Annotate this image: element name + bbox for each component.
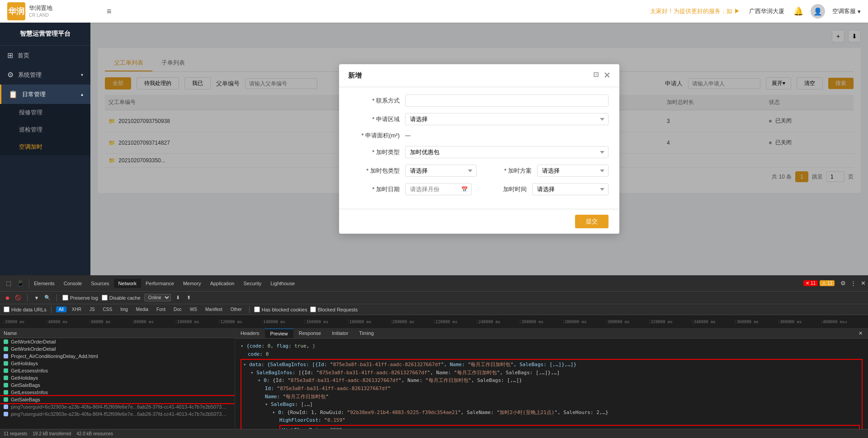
sidebar-subitem-patrol[interactable]: 巡检管理 [0, 121, 90, 138]
menu-icon[interactable]: ≡ [107, 7, 112, 16]
preserve-log-checkbox[interactable]: Preserve log [62, 295, 98, 301]
contact-label: * 联系方式 [350, 97, 400, 105]
bell-icon[interactable]: 🔔 [793, 6, 803, 16]
region-select[interactable]: 请选择 [405, 113, 609, 125]
overtime-type-select[interactable]: 加时优惠包 [405, 146, 609, 158]
hide-data-urls-checkbox[interactable]: Hide data URLs [4, 306, 47, 312]
req-indicator [4, 347, 8, 351]
request-row[interactable]: GetHolidays [0, 374, 235, 381]
plan-select[interactable]: 请选择 [537, 165, 609, 177]
preview-tab-response[interactable]: Response [293, 329, 327, 338]
tab-performance[interactable]: Performance [141, 279, 179, 288]
preview-tab-initiator[interactable]: Initiator [326, 329, 354, 338]
devtools-more-icon[interactable]: ⋮ [848, 278, 858, 288]
filter-img-btn[interactable]: Img [118, 306, 131, 312]
modal-title: 新增 [348, 71, 362, 80]
tab-lighthouse[interactable]: Lighthouse [266, 279, 299, 288]
json-code-line: ▾ {code: 0, flag: true, } [241, 342, 863, 350]
timeline-label: 380000 ms [778, 320, 821, 324]
request-row[interactable]: GetWorkOrderDetail [0, 345, 235, 353]
package-select[interactable]: 请选择 [405, 165, 476, 177]
filter-media-btn[interactable]: Media [133, 306, 151, 312]
devtools-top-icons: ⬚ 📱 [0, 278, 29, 288]
filter-css-btn[interactable]: CSS [100, 306, 115, 312]
device-icon[interactable]: 📱 [15, 278, 25, 288]
download-icon[interactable]: ⬇ [175, 294, 182, 301]
devtools-settings-icon[interactable]: ⚙ [838, 278, 848, 288]
request-row[interactable]: GetSaleBags [0, 381, 235, 389]
modal-header-icons: ⊡ ✕ [593, 71, 610, 80]
sidebar-item-label: 日常管理 [22, 90, 46, 99]
play-icon[interactable]: ▶ [734, 8, 740, 14]
record-button[interactable]: ⏺ [4, 294, 11, 301]
modal-dialog: 新增 ⊡ ✕ * 联系方式 * 申请区域 [339, 64, 619, 234]
devtools-close-icon[interactable]: ✕ [858, 278, 868, 288]
submit-button[interactable]: 提交 [575, 215, 609, 228]
region-label: * 申请区域 [350, 115, 400, 123]
contact-input[interactable] [405, 94, 609, 107]
filter-font-btn[interactable]: Font [154, 306, 168, 312]
search-icon[interactable]: 🔍 [44, 294, 51, 301]
request-row[interactable]: ping?userguid=6c32903e-a23b-40fa-86f4-f5… [0, 410, 235, 418]
filter-doc-btn[interactable]: Doc [171, 306, 184, 312]
request-row[interactable]: GetWorkOrderDetail [0, 338, 235, 345]
chevron-down-icon: ▾ [81, 72, 83, 77]
disable-cache-checkbox[interactable]: Disable cache [102, 295, 141, 301]
filter-other-btn[interactable]: Other [228, 306, 245, 312]
modal-close-button[interactable]: ✕ [604, 71, 610, 80]
sidebar-item-daily[interactable]: 📋 日常管理 ▴ [0, 85, 90, 104]
json-code-value: code: 0 [248, 350, 863, 358]
preview-tab-timing[interactable]: Timing [354, 329, 379, 338]
preview-tab-headers[interactable]: Headers [235, 329, 265, 338]
request-row[interactable]: GetLessessInfos [0, 367, 235, 374]
tab-application[interactable]: Application [206, 279, 239, 288]
avatar: 👤 [811, 4, 825, 19]
sidebar-item-system[interactable]: ⚙ 系统管理 ▾ [0, 65, 90, 85]
form-row-package: * 加时包类型 请选择 * 加时方案 请选择 [350, 165, 609, 177]
blocked-cookies-checkbox[interactable]: Has blocked cookies [254, 306, 307, 312]
modal-expand-icon[interactable]: ⊡ [593, 71, 599, 80]
throttle-select[interactable]: Online [144, 294, 171, 301]
timeline-label: 180000 ms [348, 320, 391, 324]
timeline-label: 400000 ms+ [821, 320, 864, 324]
request-row[interactable]: GetLessessInfos [0, 389, 235, 396]
clear-button[interactable]: 🚫 [14, 294, 22, 301]
tab-console[interactable]: Console [59, 279, 86, 288]
preview-panel: Headers Preview Response Initiator Timin… [235, 329, 868, 429]
timeline-label: 140000 ms [262, 320, 305, 324]
filter-ws-btn[interactable]: WS [187, 306, 200, 312]
tab-memory[interactable]: Memory [179, 279, 206, 288]
timeline-label: 60000 ms [90, 320, 132, 324]
tab-elements[interactable]: Elements [29, 279, 59, 288]
upload-icon[interactable]: ⬆ [185, 294, 193, 301]
warning-badge: ⚠ 13 [820, 280, 835, 286]
tab-security[interactable]: Security [239, 279, 266, 288]
sidebar-subitem-repair[interactable]: 报修管理 [0, 104, 90, 121]
requests-list: Name GetWorkOrderDetail GetWorkOrderDeta… [0, 329, 235, 429]
json-salebags-0: ▾ 0: {RowId: 1, RowGuid: "92b38ee9-21b4-… [272, 409, 860, 417]
preview-tab-preview[interactable]: Preview [265, 329, 293, 338]
request-row[interactable]: GetHolidays [0, 360, 235, 367]
sidebar-subitem-aircon[interactable]: 空调加时 [0, 138, 90, 155]
request-row-getsalebags[interactable]: GetSaleBags [0, 396, 235, 403]
user-menu[interactable]: 空调客服 ▾ [832, 7, 861, 15]
filter-xhr-btn[interactable]: XHR [69, 306, 84, 312]
sidebar-item-home[interactable]: ⊞ 首页 [0, 46, 90, 65]
request-row[interactable]: Project_AirConditioningDelay_Add.html [0, 353, 235, 360]
inspect-icon[interactable]: ⬚ [4, 278, 14, 288]
request-row[interactable]: ping?userguid=6c32903e-a23b-40fa-86f4-f5… [0, 403, 235, 410]
blocked-requests-checkbox[interactable]: Blocked Requests [310, 306, 358, 312]
filter-all-btn[interactable]: All [56, 306, 66, 312]
req-indicator [4, 405, 8, 409]
tab-sources[interactable]: Sources [86, 279, 113, 288]
filter-icon[interactable]: ▼ [33, 294, 40, 301]
tab-network[interactable]: Network [114, 279, 141, 288]
app-container: 华润 华润置地 CR LAND ≡ 太家好！为提供更好的服务，如 ▶ 广西华润大… [0, 0, 868, 438]
date-label: * 加时日期 [350, 185, 400, 193]
req-indicator [4, 383, 8, 387]
filter-manifest-btn[interactable]: Manifest [203, 306, 225, 312]
close-panel-icon[interactable]: ✕ [853, 329, 868, 338]
filter-js-btn[interactable]: JS [87, 306, 98, 312]
json-salebags: ▾ SaleBags: [,…] [265, 400, 860, 409]
time-select[interactable]: 请选择 [532, 183, 609, 195]
